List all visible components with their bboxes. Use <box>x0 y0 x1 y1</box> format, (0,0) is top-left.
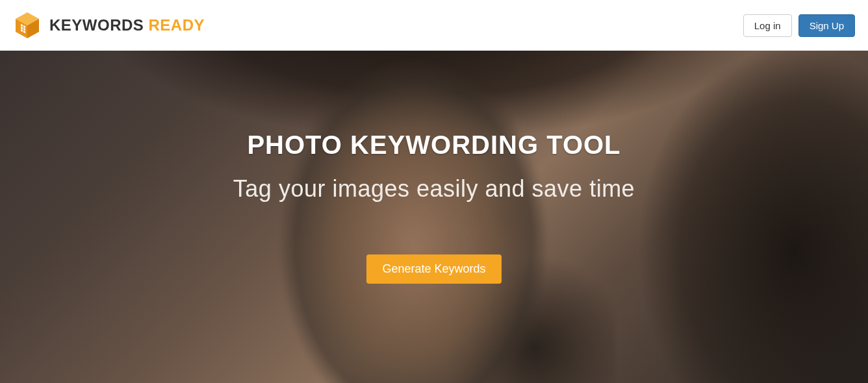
logo[interactable]: KEYWORDS READY <box>13 11 205 40</box>
hero-subtitle: Tag your images easily and save time <box>233 175 635 203</box>
hero-bg-shape <box>621 51 868 383</box>
login-button[interactable]: Log in <box>743 14 792 37</box>
hero-content: PHOTO KEYWORDING TOOL Tag your images ea… <box>233 130 635 284</box>
hero-section: PHOTO KEYWORDING TOOL Tag your images ea… <box>0 51 868 383</box>
site-header: KEYWORDS READY Log in Sign Up <box>0 0 868 51</box>
logo-word-2: READY <box>149 16 205 34</box>
generate-keywords-button[interactable]: Generate Keywords <box>366 254 501 284</box>
logo-text: KEYWORDS READY <box>49 16 205 34</box>
nav-buttons: Log in Sign Up <box>743 14 855 37</box>
hero-title: PHOTO KEYWORDING TOOL <box>233 130 635 160</box>
logo-word-1: KEYWORDS <box>49 16 149 34</box>
cube-icon <box>13 11 42 40</box>
signup-button[interactable]: Sign Up <box>798 14 855 37</box>
